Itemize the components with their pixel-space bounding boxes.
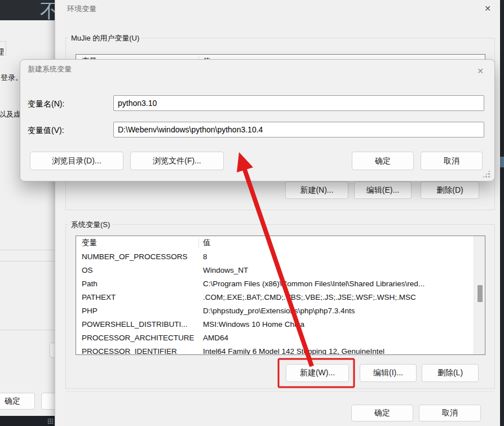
table-row[interactable]: PathC:\Program Files (x86)\Common Files\… (76, 277, 485, 290)
background-dark-window-bottom: 田 (0, 416, 55, 426)
column-separator (198, 238, 199, 248)
new-system-variable-dialog: 新建系统变量 ✕ 变量名(N): 变量值(V): 浏览目录(D)... 浏览文件… (20, 59, 495, 181)
table-row[interactable]: POWERSHELL_DISTRIBUTI...MSI:Windows 10 H… (76, 317, 485, 331)
tab-label-fragment: 理 (0, 47, 4, 57)
system-delete-button[interactable]: 删除(L) (422, 364, 479, 382)
variable-value-cell: C:\Program Files (x86)\Common Files\Inte… (198, 279, 485, 288)
variable-name-input[interactable] (113, 95, 484, 111)
table-row[interactable]: PROCESSOR_ARCHITECTUREAMD64 (76, 331, 485, 344)
dialog-title: 新建系统变量 (28, 64, 72, 74)
section-divider (0, 330, 55, 330)
table-header[interactable]: 变量 值 (76, 236, 485, 250)
footer-divider (65, 391, 495, 392)
system-new-button[interactable]: 新建(W)... (286, 364, 349, 382)
section-divider (0, 250, 55, 250)
table-row[interactable]: PATHEXT.COM;.EXE;.BAT;.CMD;.VBS;.VBE;.JS… (76, 290, 485, 304)
variable-name-cell: POWERSHELL_DISTRIBUTI... (76, 320, 198, 329)
user-delete-button[interactable]: 删除(D) (421, 181, 479, 199)
close-icon[interactable]: ✕ (480, 2, 495, 15)
variable-value-label: 变量值(V): (28, 126, 64, 136)
column-header-variable: 变量 (76, 238, 198, 248)
user-new-button[interactable]: 新建(N)... (285, 181, 348, 199)
background-partial-button[interactable] (41, 393, 55, 410)
variable-value-cell: D:\phpstudy_pro\Extensions\php\php7.3.4n… (198, 307, 485, 315)
variable-name-cell: PROCESSOR_IDENTIFIER (76, 347, 198, 356)
background-dark-window-top: 不 (0, 0, 55, 20)
tab-edge-line (6, 41, 6, 56)
column-header-value: 值 (198, 238, 211, 248)
variable-name-cell: NUMBER_OF_PROCESSORS (76, 252, 198, 261)
cancel-button[interactable]: 取消 (419, 405, 481, 421)
browse-file-button[interactable]: 浏览文件(F)... (130, 152, 224, 170)
system-variables-group-label: 系统变量(S) (68, 220, 113, 230)
resize-grip-icon[interactable] (482, 170, 490, 178)
variable-name-cell: PROCESSOR_ARCHITECTURE (76, 334, 198, 342)
background-dark-window-right (500, 0, 504, 426)
user-variables-group-label: MuJie 的用户变量(U) (68, 33, 142, 43)
variable-name-cell: PHP (76, 307, 198, 315)
vertical-scrollbar[interactable] (474, 236, 485, 355)
system-edit-button[interactable]: 编辑(I)... (360, 364, 417, 382)
close-icon[interactable]: ✕ (473, 64, 488, 78)
variable-name-cell: OS (76, 266, 198, 274)
system-variables-table[interactable]: 变量 值 NUMBER_OF_PROCESSORS8OSWindows_NTPa… (76, 236, 485, 355)
scrollbar-thumb[interactable] (478, 285, 483, 302)
section-divider (0, 261, 55, 261)
table-row[interactable]: PROCESSOR_IDENTIFIERIntel64 Family 6 Mod… (76, 344, 485, 355)
background-partial-button[interactable] (50, 343, 55, 358)
variable-value-cell: AMD64 (198, 334, 485, 342)
variable-value-cell: Intel64 Family 6 Model 142 Stepping 12, … (198, 347, 485, 356)
variable-value-cell: Windows_NT (198, 266, 485, 274)
table-row[interactable]: PHPD:\phpstudy_pro\Extensions\php\php7.3… (76, 304, 485, 317)
ok-button[interactable]: 确定 (352, 152, 414, 170)
ok-button[interactable]: 确定 (351, 405, 413, 421)
screenshot-root: 不 理 登录。 以及虚 确定 田 环境变量 ✕ MuJie 的用户变量(U) 变… (0, 0, 504, 426)
user-edit-button[interactable]: 编辑(E)... (354, 181, 412, 199)
dialog-title: 环境变量 (67, 4, 96, 14)
browse-directory-button[interactable]: 浏览目录(D)... (30, 152, 123, 170)
variable-value-cell: MSI:Windows 10 Home China (198, 320, 485, 329)
text-fragment: 以及虚 (0, 109, 21, 119)
background-text-fragment: 不 (40, 0, 55, 20)
variable-value-input[interactable] (113, 122, 484, 137)
cancel-button[interactable]: 取消 (421, 152, 483, 170)
background-ok-button[interactable]: 确定 (0, 393, 35, 410)
table-row[interactable]: OSWindows_NT (76, 263, 485, 277)
table-row[interactable]: NUMBER_OF_PROCESSORS8 (76, 250, 485, 263)
variable-value-cell: .COM;.EXE;.BAT;.CMD;.VBS;.VBE;.JS;.JSE;.… (198, 293, 485, 301)
system-variables-table-body: NUMBER_OF_PROCESSORS8OSWindows_NTPathC:\… (76, 250, 485, 355)
background-scrollbar-accent (500, 157, 504, 167)
variable-name-cell: PATHEXT (76, 293, 198, 301)
variable-value-cell: 8 (198, 252, 485, 261)
variable-name-label: 变量名(N): (28, 99, 64, 109)
grid-icon: 田 (47, 417, 54, 426)
variable-name-cell: Path (76, 279, 198, 288)
